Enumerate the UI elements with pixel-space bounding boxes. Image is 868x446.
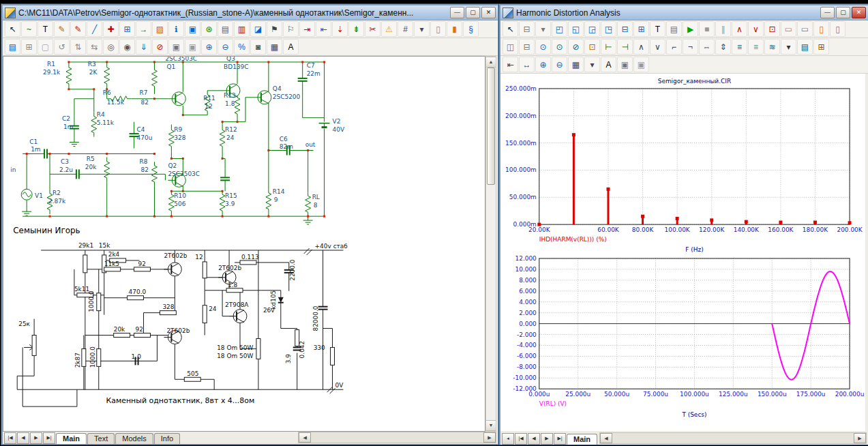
grid-style-icon[interactable]: ▦: [568, 57, 584, 72]
split-horizontal-icon[interactable]: ◫: [503, 39, 518, 55]
grid-dropdown-icon[interactable]: ▾: [584, 57, 600, 72]
page-nav-button-2[interactable]: ▶: [30, 432, 42, 444]
page-nav-button-3[interactable]: ▶|: [43, 432, 55, 444]
flag-a-icon[interactable]: ⚑: [267, 21, 282, 37]
sheet-edit-icon[interactable]: ▤: [218, 21, 233, 37]
zoom-out-icon[interactable]: ⊖: [552, 57, 567, 72]
camera-icon[interactable]: ◙: [250, 39, 266, 55]
zoom-in-icon[interactable]: ⊕: [201, 39, 217, 55]
vertical-cursor-icon[interactable]: ⊞: [633, 21, 649, 37]
macro-icon[interactable]: §: [463, 21, 479, 37]
scrollbar-track[interactable]: [311, 432, 483, 443]
page-nav-button-0[interactable]: ◂: [502, 433, 514, 445]
peak-icon[interactable]: ∧: [732, 21, 747, 37]
tile-two-icon[interactable]: ▭: [797, 21, 813, 37]
copy-graph-icon[interactable]: ▣: [617, 57, 633, 72]
zoom-window-icon[interactable]: ◳: [601, 21, 616, 37]
cursor-mode-icon[interactable]: ◱: [568, 21, 584, 37]
help-book-icon[interactable]: ▥: [234, 21, 250, 37]
report-icon[interactable]: ▤: [797, 39, 813, 55]
zoom-question-icon[interactable]: ⊘: [568, 39, 584, 55]
pin-tool-icon[interactable]: ✚: [103, 21, 119, 37]
limits-icon[interactable]: ⊡: [764, 21, 780, 37]
grid-icon[interactable]: #: [398, 21, 413, 37]
find-icon[interactable]: ◎: [103, 39, 119, 55]
page-nav-button-1[interactable]: |◀: [515, 433, 527, 445]
paint-roller-icon[interactable]: ▨: [152, 21, 168, 37]
pan-range-icon[interactable]: ↔: [519, 57, 535, 72]
tab-main[interactable]: Main: [567, 434, 597, 445]
flag-check-icon[interactable]: ⚐: [283, 21, 299, 37]
valley-tag-icon[interactable]: ∨: [650, 39, 665, 55]
part-box-icon[interactable]: ⊞: [119, 21, 135, 37]
properties-icon[interactable]: ▤: [666, 21, 682, 37]
run-icon[interactable]: ▶: [683, 21, 698, 37]
y-range-icon[interactable]: ⇕: [715, 39, 731, 55]
window-icon[interactable]: ▢: [38, 39, 53, 55]
info-mode-icon[interactable]: ℹ: [168, 21, 184, 37]
line-tool-icon[interactable]: ╱: [87, 21, 102, 37]
align-text-icon[interactable]: ⇤: [316, 21, 331, 37]
wire-mode-icon[interactable]: ~: [21, 21, 37, 37]
stack-plots-icon[interactable]: ≡: [732, 39, 747, 55]
cursor-right-icon[interactable]: ⊣: [617, 39, 633, 55]
tab-main[interactable]: Main: [56, 433, 87, 444]
page-icon[interactable]: ▯: [430, 21, 446, 37]
valley-icon[interactable]: ∨: [748, 21, 764, 37]
vertical-scrollbar[interactable]: ▲ ▼: [485, 56, 496, 432]
maximize-button[interactable]: ▢: [836, 7, 850, 18]
text-mode-icon[interactable]: T: [650, 21, 665, 37]
clipboard-icon[interactable]: ⊟: [519, 21, 535, 37]
copy-page-icon[interactable]: ▣: [168, 39, 184, 55]
tile-three-icon[interactable]: ▯: [813, 21, 829, 37]
split-vertical-icon[interactable]: ⊟: [519, 39, 535, 55]
tile-four-icon[interactable]: ▯: [830, 21, 845, 37]
rotate-icon[interactable]: ↺: [54, 39, 70, 55]
horizontal-scrollbar[interactable]: ◀▶: [298, 432, 496, 443]
page-nav-button-1[interactable]: ◀: [17, 432, 29, 444]
zoom-percent-icon[interactable]: %: [234, 39, 250, 55]
scroll-right-button[interactable]: ▶: [854, 433, 866, 443]
flow-arrow-icon[interactable]: →: [136, 21, 151, 37]
color-dropdown-icon[interactable]: ▾: [781, 39, 796, 55]
page-nav-button-3[interactable]: ▶: [541, 433, 553, 445]
scroll-left-button[interactable]: ◀: [299, 432, 311, 443]
align-cursors-icon[interactable]: ≋: [764, 39, 780, 55]
horizontal-cursor-icon[interactable]: ⊟: [617, 21, 633, 37]
low-tag-icon[interactable]: ¬: [683, 39, 698, 55]
text-mode-icon[interactable]: T: [38, 21, 53, 37]
props-icon[interactable]: ▤: [5, 39, 20, 55]
close-button[interactable]: ✕: [852, 7, 866, 18]
grid-style-icon[interactable]: ▦: [267, 39, 282, 55]
calculator-icon[interactable]: ⊞: [813, 39, 829, 55]
scrollbar-thumb[interactable]: [487, 68, 495, 185]
stop-icon[interactable]: ■: [699, 21, 715, 37]
download-icon[interactable]: ⇓: [136, 39, 151, 55]
select-arrow-icon[interactable]: ↖: [5, 21, 20, 37]
scrollbar-track[interactable]: [612, 433, 854, 443]
font-icon[interactable]: A: [601, 57, 616, 72]
tile-windows-icon[interactable]: ⊞: [21, 39, 37, 55]
wave-edit-icon[interactable]: ⊡: [584, 39, 600, 55]
chart-icon[interactable]: ◪: [250, 21, 266, 37]
peak-tag-icon[interactable]: ∧: [633, 39, 649, 55]
clock-icon[interactable]: ⊙: [535, 39, 551, 55]
step-text-icon[interactable]: ⇥: [299, 21, 315, 37]
page-nav-button-2[interactable]: ◀: [528, 433, 540, 445]
schematic-canvas[interactable]: R129.1kR32K2SC3503CQ1Q3BD139CC722mR611.5…: [3, 56, 485, 432]
plot-canvas[interactable]: Semigor_каменный.CIR250.000m200.000m150.…: [500, 74, 865, 431]
select-arrow-icon[interactable]: ↖: [503, 21, 518, 37]
tile-one-icon[interactable]: ▭: [781, 21, 796, 37]
minimize-button[interactable]: —: [820, 7, 835, 18]
current-probe-icon[interactable]: ⇟: [348, 21, 364, 37]
drop-wire-icon[interactable]: ⇣: [332, 21, 348, 37]
link-icon[interactable]: ⊛: [201, 21, 217, 37]
abort-icon[interactable]: ⊘: [152, 39, 168, 55]
overlay-plots-icon[interactable]: ≡: [748, 39, 764, 55]
analysis-titlebar[interactable]: Harmonic Distortion Analysis —▢✕: [500, 5, 868, 20]
page-nav-button-4[interactable]: ▶|: [554, 433, 566, 445]
minimize-button[interactable]: —: [450, 7, 464, 18]
display-icon[interactable]: ▣: [185, 21, 200, 37]
x-range-icon[interactable]: ⇔: [699, 39, 715, 55]
scroll-up-button[interactable]: ▲: [486, 57, 496, 68]
